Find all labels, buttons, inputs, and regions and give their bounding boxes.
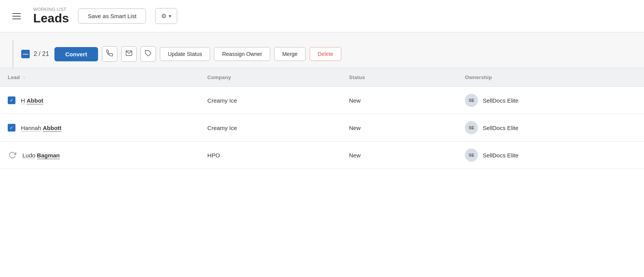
owner-name: SellDocs Elite (483, 152, 519, 159)
refresh-icon[interactable] (8, 150, 17, 160)
owner-name: SellDocs Elite (483, 97, 519, 104)
ownership-cell: SESellDocs Elite (457, 114, 644, 142)
ownership-inner: SESellDocs Elite (465, 94, 636, 107)
toolbar: — 2 / 21 Convert (12, 40, 632, 68)
status-cell: New (341, 142, 457, 169)
avatar: SE (465, 121, 478, 134)
leads-table-container: Lead ↑ Company Status Ownership ✓H Abbot… (0, 68, 644, 169)
column-header-lead: Lead ↑ (0, 68, 200, 87)
avatar: SE (465, 94, 478, 107)
row-checkbox[interactable]: ✓ (8, 124, 15, 132)
delete-button[interactable]: Delete (310, 47, 341, 61)
chevron-down-icon: ▾ (169, 13, 171, 19)
save-smart-list-button[interactable]: Save as Smart List (78, 8, 146, 24)
leads-table: Lead ↑ Company Status Ownership ✓H Abbot… (0, 68, 644, 169)
phone-button[interactable] (102, 46, 117, 62)
company-cell: Creamy Ice (200, 87, 341, 114)
header: WORKING LIST Leads Save as Smart List ⚙ … (0, 0, 644, 32)
ownership-cell: SESellDocs Elite (457, 142, 644, 169)
table-row: Ludo BagmanHPONewSESellDocs Elite (0, 142, 644, 169)
ownership-cell: SESellDocs Elite (457, 87, 644, 114)
page-title: Leads (33, 12, 69, 25)
reassign-owner-button[interactable]: Reassign Owner (214, 47, 270, 61)
column-header-status: Status (341, 68, 457, 87)
selection-count: 2 / 21 (34, 51, 49, 57)
column-header-ownership: Ownership (457, 68, 644, 87)
row-checkbox[interactable]: ✓ (8, 96, 15, 104)
convert-button[interactable]: Convert (54, 47, 98, 61)
lead-cell-0: ✓H Abbot (0, 87, 200, 114)
lead-name[interactable]: Hannah Abbott (21, 125, 61, 131)
email-icon (125, 50, 132, 58)
status-cell: New (341, 87, 457, 114)
company-cell: Creamy Ice (200, 114, 341, 142)
company-cell: HPO (200, 142, 341, 169)
toolbar-section: — 2 / 21 Convert (0, 32, 644, 68)
avatar: SE (465, 149, 478, 162)
lead-name[interactable]: Ludo Bagman (22, 152, 60, 159)
tag-icon (145, 50, 152, 58)
ownership-inner: SESellDocs Elite (465, 149, 636, 162)
gear-settings-button[interactable]: ⚙ ▾ (155, 8, 177, 24)
lead-cell-inner: Ludo Bagman (8, 150, 192, 160)
status-cell: New (341, 114, 457, 142)
table-row: ✓Hannah AbbottCreamy IceNewSESellDocs El… (0, 114, 644, 142)
owner-name: SellDocs Elite (483, 125, 519, 131)
table-row: ✓H AbbotCreamy IceNewSESellDocs Elite (0, 87, 644, 114)
title-block: WORKING LIST Leads (33, 7, 69, 25)
table-header: Lead ↑ Company Status Ownership (0, 68, 644, 87)
lead-name[interactable]: H Abbot (21, 97, 43, 104)
select-all-indicator[interactable]: — (21, 50, 30, 58)
table-body: ✓H AbbotCreamy IceNewSESellDocs Elite✓Ha… (0, 87, 644, 169)
gear-icon: ⚙ (161, 12, 166, 20)
lead-cell-inner: ✓H Abbot (8, 96, 192, 104)
lead-cell-1: ✓Hannah Abbott (0, 114, 200, 142)
sort-arrow-icon[interactable]: ↑ (23, 75, 25, 80)
merge-button[interactable]: Merge (274, 47, 306, 61)
lead-cell-2: Ludo Bagman (0, 142, 200, 169)
menu-icon[interactable] (12, 13, 21, 19)
lead-cell-inner: ✓Hannah Abbott (8, 124, 192, 132)
email-button[interactable] (121, 46, 137, 62)
tag-button[interactable] (141, 46, 156, 62)
ownership-inner: SESellDocs Elite (465, 121, 636, 134)
phone-icon (106, 50, 113, 58)
update-status-button[interactable]: Update Status (160, 47, 210, 61)
column-header-company: Company (200, 68, 341, 87)
